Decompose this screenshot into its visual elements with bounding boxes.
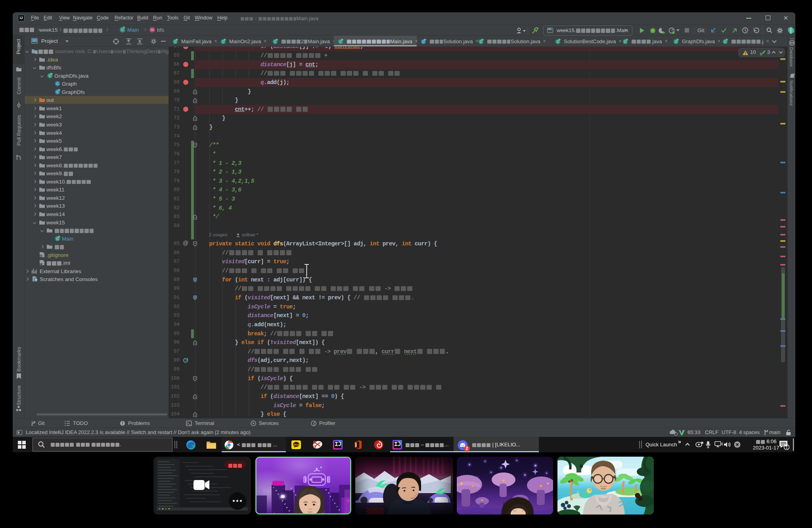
svg-text:2: 2 (466, 446, 468, 451)
svg-text:1: 1 (785, 445, 788, 450)
svg-text:TALK: TALK (293, 444, 299, 446)
svg-text:C: C (56, 82, 59, 86)
